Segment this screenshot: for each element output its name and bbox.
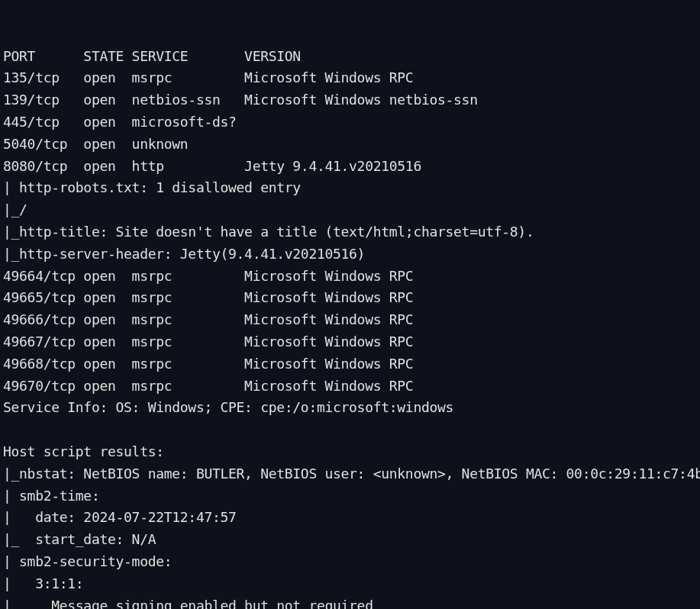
terminal-output[interactable]: PORT STATE SERVICE VERSION 135/tcp open … bbox=[3, 46, 697, 609]
port-line: 49664/tcp open msrpc Microsoft Windows R… bbox=[3, 268, 413, 284]
port-line: 8080/tcp open http Jetty 9.4.41.v2021051… bbox=[3, 158, 421, 174]
http-script-line: |_/ bbox=[3, 201, 27, 218]
http-script-line: |_http-server-header: Jetty(9.4.41.v2021… bbox=[3, 246, 365, 262]
port-line: 49667/tcp open msrpc Microsoft Windows R… bbox=[3, 334, 413, 350]
port-line: 49670/tcp open msrpc Microsoft Windows R… bbox=[3, 378, 413, 394]
port-line: 135/tcp open msrpc Microsoft Windows RPC bbox=[3, 69, 413, 85]
host-script-line: | 3:1:1: bbox=[3, 575, 83, 591]
host-script-line: | smb2-time: bbox=[3, 488, 99, 504]
http-script-line: | http-robots.txt: 1 disallowed entry bbox=[3, 179, 301, 195]
port-line: 49665/tcp open msrpc Microsoft Windows R… bbox=[3, 289, 413, 305]
port-header: PORT STATE SERVICE VERSION bbox=[3, 48, 301, 64]
host-script-line: |_ Message signing enabled but not requi… bbox=[3, 598, 373, 609]
port-line: 49666/tcp open msrpc Microsoft Windows R… bbox=[3, 311, 413, 327]
host-script-line: |_ start_date: N/A bbox=[3, 531, 156, 547]
port-line: 139/tcp open netbios-ssn Microsoft Windo… bbox=[3, 92, 478, 108]
service-info-line: Service Info: OS: Windows; CPE: cpe:/o:m… bbox=[3, 399, 453, 415]
port-line: 5040/tcp open unknown bbox=[3, 136, 188, 152]
host-script-line: | date: 2024-07-22T12:47:57 bbox=[3, 509, 237, 525]
host-script-line: |_nbstat: NetBIOS name: BUTLER, NetBIOS … bbox=[3, 466, 700, 482]
host-script-header: Host script results: bbox=[3, 443, 164, 459]
port-line: 49668/tcp open msrpc Microsoft Windows R… bbox=[3, 356, 413, 372]
http-script-line: |_http-title: Site doesn't have a title … bbox=[3, 224, 534, 240]
port-line: 445/tcp open microsoft-ds? bbox=[3, 114, 237, 130]
host-script-line: | smb2-security-mode: bbox=[3, 553, 172, 569]
